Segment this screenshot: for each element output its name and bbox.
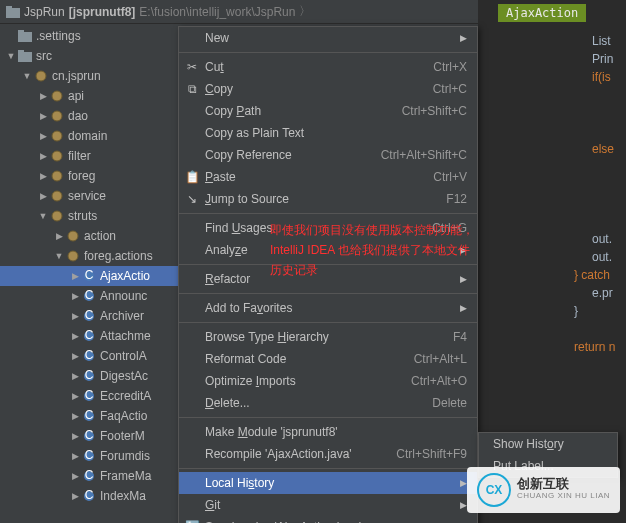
menu-item-copy-as-plain-text[interactable]: Copy as Plain Text xyxy=(179,122,477,144)
logo-py: CHUANG XIN HU LIAN xyxy=(517,490,610,502)
tree-item-ajaxactio[interactable]: CAjaxActio xyxy=(0,266,178,286)
tree-arrow-icon[interactable] xyxy=(70,411,80,421)
tree-arrow-icon[interactable] xyxy=(38,171,48,181)
menu-item-cut[interactable]: ✂CutCtrl+X xyxy=(179,56,477,78)
code-line[interactable]: e.pr xyxy=(592,286,626,304)
tree-item-forumdis[interactable]: CForumdis xyxy=(0,446,178,466)
code-line[interactable] xyxy=(592,106,626,124)
tree-item-domain[interactable]: domain xyxy=(0,126,178,146)
code-line[interactable]: List xyxy=(592,34,626,52)
tree-item-faqactio[interactable]: CFaqActio xyxy=(0,406,178,426)
tree-item-filter[interactable]: filter xyxy=(0,146,178,166)
menu-item-find-usages[interactable]: Find UsagesCtrl+G xyxy=(179,217,477,239)
logo-icon: CX xyxy=(477,473,511,507)
menu-item-local-history[interactable]: Local History▶ xyxy=(179,472,477,494)
code-line[interactable] xyxy=(592,322,626,340)
tree-item-cn-jsprun[interactable]: cn.jsprun xyxy=(0,66,178,86)
tree-arrow-icon[interactable] xyxy=(70,291,80,301)
editor-tab-highlight[interactable]: AjaxAction xyxy=(498,4,586,22)
tree-arrow-icon[interactable] xyxy=(38,131,48,141)
code-line[interactable]: } xyxy=(574,304,626,322)
svg-text:C: C xyxy=(85,410,94,422)
tree-arrow-icon[interactable] xyxy=(70,311,80,321)
tree-arrow-icon[interactable] xyxy=(6,51,16,61)
menu-item-make-module-jsprunutf8-[interactable]: Make Module 'jsprunutf8' xyxy=(179,421,477,443)
tree-arrow-icon[interactable] xyxy=(70,471,80,481)
menu-item-refactor[interactable]: Refactor▶ xyxy=(179,268,477,290)
tree-arrow-icon[interactable] xyxy=(54,251,64,261)
tree-item-dao[interactable]: dao xyxy=(0,106,178,126)
tree-item-foreg[interactable]: foreg xyxy=(0,166,178,186)
code-line[interactable] xyxy=(592,88,626,106)
code-line[interactable] xyxy=(592,124,626,142)
tree-item-archiver[interactable]: CArchiver xyxy=(0,306,178,326)
code-line[interactable]: if(is xyxy=(592,70,626,88)
tree-item-footerm[interactable]: CFooterM xyxy=(0,426,178,446)
tree-arrow-icon[interactable] xyxy=(38,91,48,101)
menu-shortcut: Ctrl+X xyxy=(413,60,467,74)
tree-arrow-icon[interactable] xyxy=(38,151,48,161)
submenu-item-show-history[interactable]: Show History xyxy=(479,433,617,455)
menu-item-browse-type-hierarchy[interactable]: Browse Type HierarchyF4 xyxy=(179,326,477,348)
project-tree[interactable]: .settingssrccn.jsprunapidaodomainfilterf… xyxy=(0,24,178,523)
tree-item-service[interactable]: service xyxy=(0,186,178,206)
tree-arrow-icon[interactable] xyxy=(70,351,80,361)
tree-item-api[interactable]: api xyxy=(0,86,178,106)
menu-item-new[interactable]: New▶ xyxy=(179,27,477,49)
code-line[interactable] xyxy=(592,196,626,214)
menu-item-copy[interactable]: ⧉CopyCtrl+C xyxy=(179,78,477,100)
menu-item-git[interactable]: Git▶ xyxy=(179,494,477,516)
menu-item-copy-reference[interactable]: Copy ReferenceCtrl+Alt+Shift+C xyxy=(179,144,477,166)
menu-item-paste[interactable]: 📋PasteCtrl+V xyxy=(179,166,477,188)
tree-item-foreg-actions[interactable]: foreg.actions xyxy=(0,246,178,266)
tree-arrow-icon[interactable] xyxy=(70,331,80,341)
code-line[interactable]: out. xyxy=(592,232,626,250)
tree-item-struts[interactable]: struts xyxy=(0,206,178,226)
tree-arrow-icon[interactable] xyxy=(70,371,80,381)
submenu-arrow-icon: ▶ xyxy=(460,274,467,284)
menu-label: Reformat Code xyxy=(205,352,286,366)
menu-item-analyze[interactable]: Analyze▶ xyxy=(179,239,477,261)
menu-item-synchronize-ajaxaction-java-[interactable]: 🔄Synchronize 'AjaxAction.java' xyxy=(179,516,477,523)
tree-arrow-icon[interactable] xyxy=(38,191,48,201)
svg-text:C: C xyxy=(85,490,94,502)
breadcrumb-project[interactable]: JspRun xyxy=(24,5,65,19)
menu-item-add-to-favorites[interactable]: Add to Favorites▶ xyxy=(179,297,477,319)
tree-arrow-icon[interactable] xyxy=(38,211,48,221)
menu-separator xyxy=(179,264,477,265)
code-line[interactable]: out. xyxy=(592,250,626,268)
menu-item-copy-path[interactable]: Copy PathCtrl+Shift+C xyxy=(179,100,477,122)
tree-arrow-icon[interactable] xyxy=(70,271,80,281)
tree-arrow-icon[interactable] xyxy=(70,431,80,441)
tree-arrow-icon[interactable] xyxy=(54,231,64,241)
tree-item-framema[interactable]: CFrameMa xyxy=(0,466,178,486)
tree-arrow-icon[interactable] xyxy=(22,71,32,81)
tree-item-src[interactable]: src xyxy=(0,46,178,66)
tree-arrow-icon[interactable] xyxy=(70,451,80,461)
code-line[interactable]: return n xyxy=(574,340,626,358)
tree-arrow-icon[interactable] xyxy=(38,111,48,121)
tree-item--settings[interactable]: .settings xyxy=(0,26,178,46)
tree-arrow-icon[interactable] xyxy=(70,391,80,401)
code-line[interactable] xyxy=(592,160,626,178)
tree-item-attachme[interactable]: CAttachme xyxy=(0,326,178,346)
menu-item-recompile-ajaxaction-java-[interactable]: Recompile 'AjaxAction.java'Ctrl+Shift+F9 xyxy=(179,443,477,465)
code-line[interactable] xyxy=(592,214,626,232)
menu-item-delete-[interactable]: Delete...Delete xyxy=(179,392,477,414)
code-line[interactable] xyxy=(592,178,626,196)
code-line[interactable]: else xyxy=(592,142,626,160)
tree-item-announc[interactable]: CAnnounc xyxy=(0,286,178,306)
tree-item-action[interactable]: action xyxy=(0,226,178,246)
tree-item-eccredita[interactable]: CEccreditA xyxy=(0,386,178,406)
svg-point-14 xyxy=(68,231,78,241)
svg-text:C: C xyxy=(85,450,94,462)
tree-item-controla[interactable]: CControlA xyxy=(0,346,178,366)
menu-item-optimize-imports[interactable]: Optimize ImportsCtrl+Alt+O xyxy=(179,370,477,392)
tree-arrow-icon[interactable] xyxy=(70,491,80,501)
tree-item-indexma[interactable]: CIndexMa xyxy=(0,486,178,506)
menu-item-jump-to-source[interactable]: ↘Jump to SourceF12 xyxy=(179,188,477,210)
tree-item-digestac[interactable]: CDigestAc xyxy=(0,366,178,386)
code-line[interactable]: Prin xyxy=(592,52,626,70)
menu-item-reformat-code[interactable]: Reformat CodeCtrl+Alt+L xyxy=(179,348,477,370)
code-line[interactable]: } catch xyxy=(574,268,626,286)
